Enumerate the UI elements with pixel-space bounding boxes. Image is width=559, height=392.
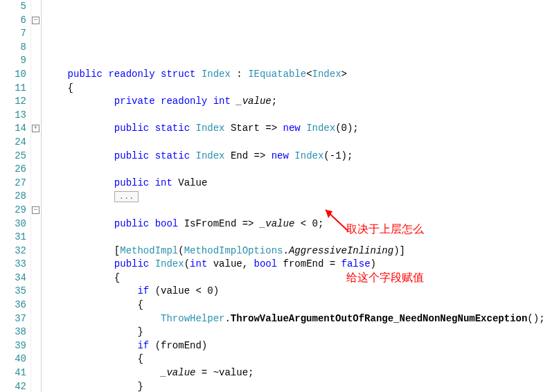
code-line[interactable]: _value = ~value;: [44, 366, 559, 380]
token: End =>: [225, 150, 272, 161]
token: [149, 123, 154, 134]
token: Start =>: [225, 123, 283, 134]
code-area[interactable]: 取决于上层怎么 给这个字段赋值 public readonly struct I…: [42, 0, 559, 392]
token: Value: [172, 177, 207, 188]
token: readonly: [108, 69, 154, 80]
line-number: 28: [0, 190, 28, 204]
token: {: [137, 299, 143, 310]
token: ();: [527, 313, 544, 324]
line-number: 13: [0, 109, 28, 123]
code-line[interactable]: public static Index End => new Index(-1)…: [44, 150, 559, 163]
line-number: 25: [0, 150, 28, 163]
line-number: 27: [0, 177, 28, 190]
token: if: [137, 285, 149, 296]
token: public: [114, 258, 149, 269]
token: Index: [202, 69, 231, 80]
token: public: [68, 69, 103, 80]
code-line[interactable]: [44, 231, 559, 244]
token: .: [224, 313, 230, 324]
token: [: [114, 245, 120, 256]
fold-collapse-icon[interactable]: −: [32, 17, 39, 24]
code-line[interactable]: public Index(int value, bool fromEnd = f…: [44, 258, 559, 271]
line-number: 24: [0, 136, 28, 150]
code-line[interactable]: [44, 109, 559, 123]
token: Index: [312, 69, 341, 80]
token: Index: [306, 123, 335, 134]
token: ThrowHelper: [161, 313, 224, 324]
code-line[interactable]: [MethodImpl(MethodImplOptions.Aggressive…: [44, 244, 559, 258]
token: readonly: [161, 96, 207, 107]
token: [301, 123, 306, 134]
token: IsFromEnd =>: [178, 218, 260, 229]
token: public: [114, 177, 149, 188]
token: < 0;: [294, 218, 323, 229]
token: int: [155, 177, 172, 188]
code-line[interactable]: {: [44, 299, 559, 312]
code-line[interactable]: public bool IsFromEnd => _value < 0;: [44, 217, 559, 231]
token: public: [114, 123, 149, 134]
line-number: 6: [0, 14, 28, 28]
code-line[interactable]: if (fromEnd): [44, 339, 559, 353]
token: private: [114, 96, 155, 107]
token: MethodImplOptions: [184, 245, 283, 256]
line-number: 31: [0, 231, 28, 244]
fold-expand-icon[interactable]: +: [32, 125, 39, 132]
token: IEquatable: [248, 69, 306, 80]
token: Index: [155, 258, 184, 269]
code-line[interactable]: [44, 204, 559, 217]
token: Index: [294, 150, 323, 161]
token: static: [155, 123, 190, 134]
code-editor[interactable]: 5678910111213142425262728293031323334353…: [0, 0, 559, 392]
token: MethodImpl: [120, 245, 178, 256]
token: ThrowValueArgumentOutOfRange_NeedNonNegN…: [231, 313, 527, 324]
token: Index: [195, 150, 224, 161]
token: public: [114, 150, 149, 161]
code-line[interactable]: {: [44, 82, 559, 96]
collapsed-region[interactable]: ...: [114, 191, 139, 202]
token: bool: [155, 218, 179, 229]
line-number: 39: [0, 339, 28, 353]
token: .: [283, 245, 288, 256]
token: [149, 150, 154, 161]
code-line[interactable]: private readonly int _value;: [44, 95, 559, 109]
code-line[interactable]: public static Index Start => new Index(0…: [44, 122, 559, 136]
fold-gutter[interactable]: −+−: [30, 0, 42, 392]
line-number: 29: [0, 204, 28, 217]
code-line[interactable]: [44, 136, 559, 150]
token: fromEnd =: [277, 258, 341, 269]
line-number: 14: [0, 122, 28, 136]
code-line[interactable]: public int Value: [44, 177, 559, 190]
token: if: [137, 340, 149, 351]
line-number: 42: [0, 380, 28, 392]
token: }: [137, 326, 143, 337]
line-number: 32: [0, 244, 28, 258]
code-line[interactable]: {: [44, 271, 559, 285]
token: }: [137, 381, 143, 392]
token: (0);: [335, 123, 359, 134]
token: ;: [272, 96, 277, 107]
line-number: 11: [0, 82, 28, 96]
annotation-text-1: 取决于上层怎么: [346, 222, 424, 237]
token: = ~value;: [195, 367, 254, 378]
code-line[interactable]: {: [44, 353, 559, 366]
code-line[interactable]: public readonly struct Index : IEquatabl…: [44, 68, 559, 82]
token: [207, 96, 213, 107]
token: false: [341, 258, 371, 269]
token: AggressiveInlining: [289, 245, 393, 256]
line-number: 41: [0, 366, 28, 380]
token: Index: [195, 123, 224, 134]
code-line[interactable]: ...: [44, 190, 559, 204]
code-line[interactable]: ThrowHelper.ThrowValueArgumentOutOfRange…: [44, 312, 559, 326]
line-number-gutter: 5678910111213142425262728293031323334353…: [0, 0, 30, 392]
token: _value: [236, 96, 271, 107]
code-line[interactable]: }: [44, 326, 559, 339]
line-number: 37: [0, 312, 28, 326]
fold-collapse-icon[interactable]: −: [32, 206, 39, 214]
code-line[interactable]: if (value < 0): [44, 285, 559, 299]
code-line[interactable]: [44, 163, 559, 177]
token: [155, 96, 161, 107]
token: int: [213, 96, 231, 107]
token: >: [341, 69, 347, 80]
code-line[interactable]: }: [44, 380, 559, 392]
token: (value < 0): [149, 285, 219, 296]
